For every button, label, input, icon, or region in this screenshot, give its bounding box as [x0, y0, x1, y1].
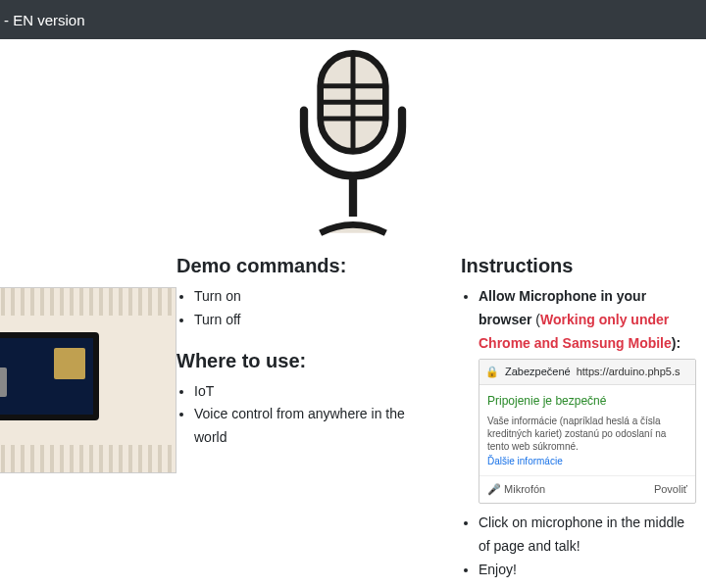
- lock-icon: 🔒: [485, 363, 499, 381]
- permission-description: Vaše informácie (napríklad heslá a čísla…: [487, 415, 687, 453]
- microphone-icon[interactable]: [270, 45, 436, 241]
- where-to-use-heading: Where to use:: [176, 350, 441, 372]
- list-item: Turn on: [194, 285, 441, 309]
- top-navbar: - EN version: [0, 0, 706, 39]
- mic-label: Mikrofón: [504, 483, 545, 495]
- browser-permission-popup: 🔒 Zabezpečené https://arduino.php5.s Pri…: [479, 359, 696, 504]
- nodemcu-board-image: [0, 287, 176, 473]
- secure-label: Zabezpečené: [505, 363, 571, 381]
- list-item: IoT: [194, 380, 441, 404]
- url-text: https://arduino.php5.s: [577, 363, 681, 381]
- instructions-list: Allow Microphone in your browser (Workin…: [461, 285, 696, 582]
- where-to-use-list: IoT Voice control from anywhere in the w…: [176, 380, 441, 450]
- list-item: Enjoy!: [479, 559, 696, 582]
- microphone-hero: [0, 39, 706, 255]
- list-item: Click on microphone in the middle of pag…: [479, 512, 696, 559]
- demo-commands-heading: Demo commands:: [176, 255, 441, 277]
- instructions-heading: Instructions: [461, 255, 696, 277]
- navbar-title: - EN version: [4, 12, 85, 28]
- allow-button[interactable]: Povoliť: [654, 480, 687, 499]
- list-item: Allow Microphone in your browser (Workin…: [479, 285, 696, 504]
- list-item: Turn off: [194, 309, 441, 332]
- more-info-link[interactable]: Ďalšie informácie: [487, 453, 687, 469]
- left-heading-fragment: te: [0, 255, 157, 277]
- microphone-icon: 🎤: [487, 483, 501, 495]
- list-item: Voice control from anywhere in the world: [194, 403, 441, 450]
- connection-secure-text: Pripojenie je bezpečné: [487, 391, 687, 411]
- demo-commands-list: Turn on Turn off: [176, 285, 441, 332]
